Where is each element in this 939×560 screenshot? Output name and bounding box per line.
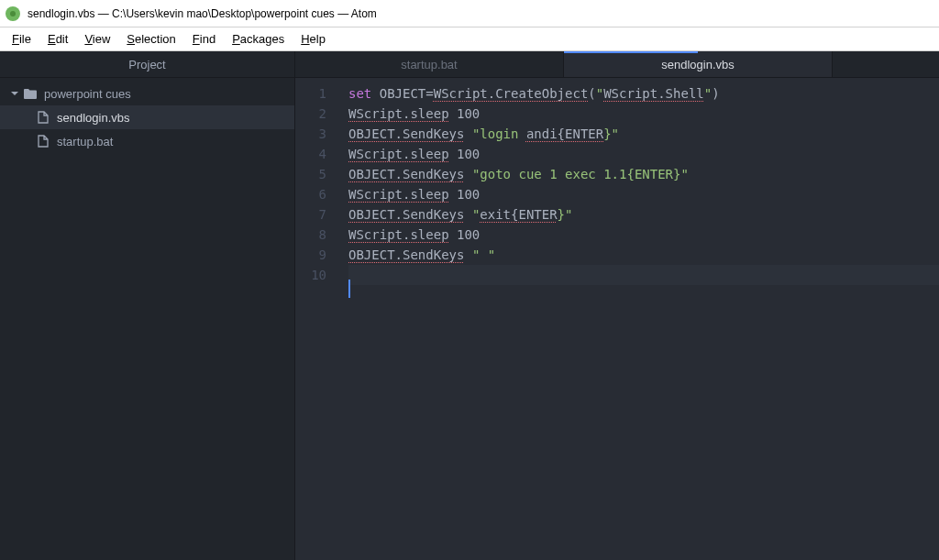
tab-sendlogin-vbs[interactable]: sendlogin.vbs	[564, 51, 833, 77]
gutter: 12345678910	[295, 78, 339, 560]
tab-bar-spacer	[833, 51, 939, 77]
code-line[interactable]: OBJECT.SendKeys "login andi{ENTER}"	[348, 124, 939, 144]
project-tree[interactable]: powerpoint cues sendlogin.vbsstartup.bat	[0, 78, 294, 157]
file-icon	[35, 111, 51, 124]
tree-root-folder[interactable]: powerpoint cues	[0, 82, 294, 105]
menu-bar: FileEditViewSelectionFindPackagesHelp	[0, 27, 939, 51]
tab-bar: startup.batsendlogin.vbs	[295, 51, 939, 78]
tree-file-startup-bat[interactable]: startup.bat	[0, 129, 294, 153]
tree-root-label: powerpoint cues	[44, 87, 131, 101]
line-number: 2	[295, 104, 326, 124]
line-number: 7	[295, 204, 326, 225]
line-number: 9	[295, 245, 326, 265]
code-line[interactable]	[348, 265, 939, 285]
code-line[interactable]: WScript.sleep 100	[348, 144, 939, 164]
menu-edit[interactable]: Edit	[39, 29, 76, 49]
menu-selection[interactable]: Selection	[118, 29, 183, 49]
project-panel-header: Project	[0, 51, 294, 78]
workspace: Project powerpoint cues sendlogin.vbssta…	[0, 51, 939, 560]
window-title: sendlogin.vbs — C:\Users\kevin mao\Deskt…	[28, 7, 377, 20]
code-line[interactable]: WScript.sleep 100	[348, 184, 939, 204]
atom-app-icon	[6, 6, 20, 21]
tab-startup-bat[interactable]: startup.bat	[295, 51, 564, 77]
code-line[interactable]: set OBJECT=WScript.CreateObject("WScript…	[348, 83, 939, 104]
menu-find[interactable]: Find	[184, 29, 224, 49]
line-number: 1	[295, 83, 326, 104]
code-line[interactable]: OBJECT.SendKeys "goto cue 1 exec 1.1{ENT…	[348, 164, 939, 184]
line-number: 10	[295, 265, 326, 285]
line-number: 6	[295, 184, 326, 204]
tree-file-sendlogin-vbs[interactable]: sendlogin.vbs	[0, 105, 294, 129]
code-line[interactable]: OBJECT.SendKeys " "	[348, 245, 939, 265]
line-number: 4	[295, 144, 326, 164]
menu-packages[interactable]: Packages	[224, 29, 293, 49]
chevron-down-icon	[9, 90, 20, 97]
menu-help[interactable]: Help	[293, 29, 334, 49]
code-line[interactable]: OBJECT.SendKeys "exit{ENTER}"	[348, 204, 939, 225]
line-number: 8	[295, 225, 326, 245]
menu-view[interactable]: View	[76, 29, 118, 49]
folder-icon	[22, 88, 39, 99]
project-panel: Project powerpoint cues sendlogin.vbssta…	[0, 51, 295, 560]
window-titlebar: sendlogin.vbs — C:\Users\kevin mao\Deskt…	[0, 0, 939, 27]
code-body[interactable]: set OBJECT=WScript.CreateObject("WScript…	[339, 78, 939, 560]
file-icon	[35, 135, 51, 148]
text-editor[interactable]: 12345678910 set OBJECT=WScript.CreateObj…	[295, 78, 939, 560]
tree-file-label: sendlogin.vbs	[57, 111, 130, 125]
code-line[interactable]: WScript.sleep 100	[348, 225, 939, 245]
line-number: 5	[295, 164, 326, 184]
menu-file[interactable]: File	[4, 29, 39, 49]
line-number: 3	[295, 124, 326, 144]
code-line[interactable]: WScript.sleep 100	[348, 104, 939, 124]
editor-area: startup.batsendlogin.vbs 12345678910 set…	[295, 51, 939, 560]
tree-file-label: startup.bat	[57, 135, 113, 148]
